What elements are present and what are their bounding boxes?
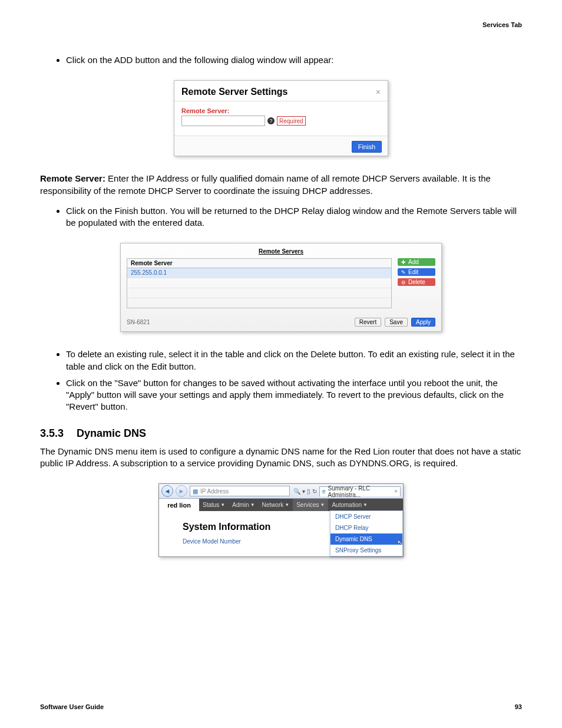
close-icon[interactable]: ×: [376, 88, 381, 96]
remote-server-description: Remote Server: Enter the IP Address or f…: [40, 173, 522, 197]
chevron-down-icon: ▼: [363, 502, 368, 508]
help-icon[interactable]: ?: [267, 117, 275, 124]
section-heading: 3.5.3 Dynamic DNS: [40, 427, 522, 440]
remote-server-input[interactable]: [181, 116, 265, 126]
page-header: Services Tab: [40, 21, 522, 28]
dd-snproxy[interactable]: SNProxy Settings: [330, 545, 402, 556]
page-icon: ▦: [193, 488, 198, 495]
forward-button[interactable]: ►: [176, 485, 187, 497]
dialog-title: Remote Server Settings: [181, 87, 288, 97]
pencil-icon: ✎: [401, 269, 406, 275]
table-row[interactable]: [127, 298, 391, 308]
menu-network[interactable]: Network▼: [259, 499, 293, 511]
table-row[interactable]: [127, 278, 391, 288]
cursor-icon: ↖: [396, 538, 404, 548]
tab-close-icon[interactable]: ×: [394, 488, 398, 495]
bullet-save-apply-revert: Click on the "Save" button for changes t…: [66, 377, 522, 413]
section-number: 3.5.3: [40, 427, 64, 440]
delete-button[interactable]: ⊖Delete: [398, 278, 435, 286]
menu-status[interactable]: Status▼: [199, 499, 229, 511]
compat-icon[interactable]: ▯: [307, 488, 310, 495]
browser-tab[interactable]: e Summary - RLC Administra... ×: [319, 486, 401, 496]
bullet-finish: Click on the Finish button. You will be …: [66, 205, 522, 229]
serial-number: SN-6821: [127, 319, 351, 325]
ie-icon: e: [322, 488, 326, 495]
footer-left: Software User Guide: [40, 703, 104, 710]
menu-services[interactable]: Services▼: [293, 499, 328, 511]
remote-server-dialog: Remote Server Settings × Remote Server: …: [174, 80, 388, 156]
address-bar[interactable]: ▦ IP Address: [190, 486, 290, 496]
plus-icon: ✚: [401, 259, 406, 265]
remote-servers-grid[interactable]: Remote Server 255.255.0.0.1: [127, 258, 392, 308]
section-title: Dynamic DNS: [77, 427, 146, 440]
save-button[interactable]: Save: [385, 318, 408, 327]
page-number: 93: [515, 703, 522, 710]
section-paragraph: The Dynamic DNS menu item is used to con…: [40, 446, 522, 470]
tab-title: Summary - RLC Administra...: [328, 485, 392, 498]
remote-server-label: Remote Server:: [181, 107, 381, 114]
table-row[interactable]: [127, 288, 391, 298]
add-button[interactable]: ✚Add: [398, 258, 435, 266]
system-information-heading: System Information: [183, 522, 323, 532]
edit-button[interactable]: ✎Edit: [398, 268, 435, 276]
dropdown-icon[interactable]: ▾: [302, 488, 305, 495]
chevron-down-icon: ▼: [285, 502, 289, 508]
refresh-icon[interactable]: ↻: [312, 488, 317, 495]
finish-button[interactable]: Finish: [352, 141, 382, 153]
menu-automation[interactable]: Automation▼: [328, 499, 371, 511]
minus-icon: ⊖: [401, 279, 406, 285]
chevron-down-icon: ▼: [250, 502, 255, 508]
apply-button[interactable]: Apply: [411, 318, 435, 327]
required-badge: Required: [277, 116, 306, 126]
search-icon[interactable]: 🔍: [293, 488, 300, 495]
brand-logo: red lion: [159, 499, 199, 511]
dd-dhcp-relay[interactable]: DHCP Relay: [330, 522, 402, 533]
services-dropdown: DHCP Server DHCP Relay Dynamic DNS ↖ SNP…: [330, 510, 403, 556]
table-title: Remote Servers: [127, 248, 435, 255]
menu-admin[interactable]: Admin▼: [229, 499, 258, 511]
browser-screenshot: ◄ ► ▦ IP Address 🔍 ▾ ▯ ↻ e Summary - RLC…: [158, 483, 404, 557]
bullet-add: Click on the ADD button and the followin…: [66, 54, 522, 66]
dd-dhcp-server[interactable]: DHCP Server: [330, 511, 402, 522]
bullet-delete-edit: To delete an existing rule, select it in…: [66, 348, 522, 373]
back-button[interactable]: ◄: [161, 485, 173, 497]
device-model-label: Device Model Number: [183, 538, 323, 545]
revert-button[interactable]: Revert: [355, 318, 381, 327]
table-row[interactable]: 255.255.0.0.1: [127, 268, 391, 278]
remote-servers-table-screenshot: Remote Servers Remote Server 255.255.0.0…: [120, 243, 442, 332]
dd-dynamic-dns[interactable]: Dynamic DNS ↖: [330, 533, 402, 545]
chevron-down-icon: ▼: [220, 502, 225, 508]
chevron-down-icon: ▼: [320, 502, 325, 508]
address-text: IP Address: [200, 488, 229, 495]
table-header: Remote Server: [127, 259, 391, 268]
